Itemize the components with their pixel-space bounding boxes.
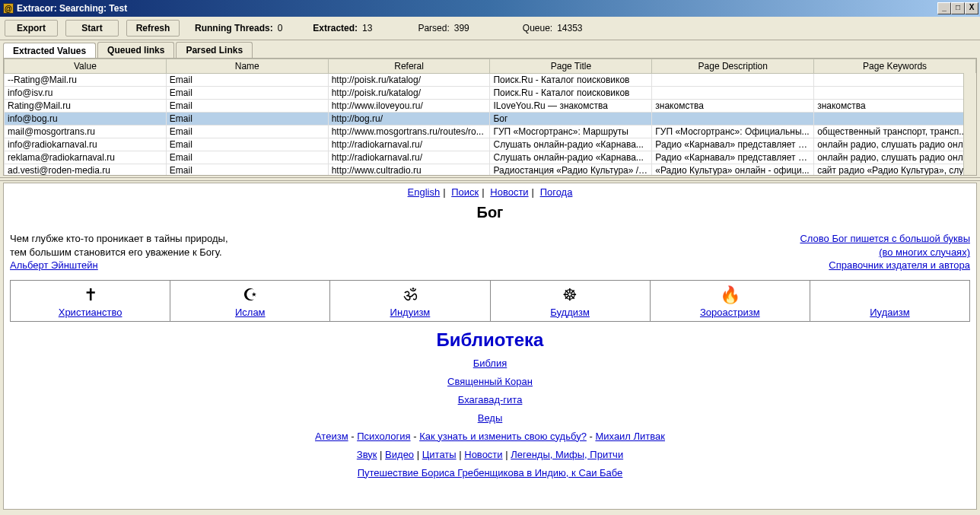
religion-icon: ☪ bbox=[173, 285, 326, 305]
link-novosti2[interactable]: Новости bbox=[464, 449, 502, 460]
link-novosti[interactable]: Новости bbox=[490, 186, 528, 198]
table-row[interactable]: info@isv.ruEmailhttp://poisk.ru/katalog/… bbox=[5, 87, 976, 100]
column-header[interactable]: Page Description bbox=[652, 59, 814, 74]
religion-link[interactable]: Иудаизм bbox=[870, 307, 909, 318]
table-cell bbox=[652, 87, 814, 100]
right-note-l1[interactable]: Слово Бог пишется с большой буквы bbox=[800, 233, 970, 244]
table-cell: Email bbox=[166, 138, 328, 151]
table-row[interactable]: --Rating@Mail.ruEmailhttp://poisk.ru/kat… bbox=[5, 74, 976, 87]
table-cell: info@isv.ru bbox=[5, 87, 167, 100]
religion-link[interactable]: Индуизм bbox=[390, 307, 431, 318]
right-note-l3[interactable]: Справочник издателя и автора bbox=[829, 259, 970, 271]
table-cell bbox=[652, 74, 814, 87]
religions-table: ✝Христианство☪ИсламॐИндуизм☸Буддизм🔥Зоро… bbox=[10, 280, 970, 322]
table-cell: Email bbox=[166, 164, 328, 176]
tab-queued-links[interactable]: Queued links bbox=[97, 42, 174, 58]
library-title-link[interactable]: Библиотека bbox=[437, 329, 544, 350]
start-button[interactable]: Start bbox=[65, 20, 119, 37]
table-cell: Радио «Карнавал» представляет в... bbox=[652, 138, 814, 151]
refresh-button[interactable]: Refresh bbox=[126, 20, 180, 37]
right-note-l2[interactable]: (во многих случаях) bbox=[879, 246, 970, 258]
table-cell: сайт радио «Радио Культура», слу... bbox=[814, 164, 976, 176]
close-button[interactable]: X bbox=[965, 2, 978, 14]
maximize-button[interactable]: □ bbox=[951, 2, 965, 14]
toolbar: Export Start Refresh Running Threads: 0 … bbox=[0, 17, 980, 40]
table-row[interactable]: reklama@radiokarnaval.ruEmailhttp://radi… bbox=[5, 151, 976, 164]
table-cell: Поиск.Ru - Каталог поисковиков bbox=[490, 87, 652, 100]
splitter[interactable] bbox=[0, 177, 980, 181]
table-cell: http://poisk.ru/katalog/ bbox=[328, 74, 490, 87]
table-cell: Email bbox=[166, 151, 328, 164]
table-row[interactable]: mail@mosgortrans.ruEmailhttp://www.mosgo… bbox=[5, 126, 976, 138]
table-cell: http://www.iloveyou.ru/ bbox=[328, 100, 490, 113]
grid-scrollbar[interactable] bbox=[963, 73, 976, 175]
link-ateizm[interactable]: Атеизм bbox=[315, 431, 348, 442]
religion-icon bbox=[813, 285, 966, 305]
religion-cell[interactable]: ✝Христианство bbox=[11, 281, 170, 321]
religion-cell[interactable]: ☸Буддизм bbox=[491, 281, 651, 321]
tab-parsed-links[interactable]: Parsed Links bbox=[176, 42, 253, 58]
column-header[interactable]: Referal bbox=[328, 59, 490, 74]
column-header[interactable]: Page Keywords bbox=[814, 59, 976, 74]
link-psych[interactable]: Психология bbox=[357, 431, 410, 442]
link-litvak[interactable]: Михаил Литвак bbox=[595, 431, 665, 442]
table-cell: http://www.cultradio.ru bbox=[328, 164, 490, 176]
table-cell: Email bbox=[166, 113, 328, 126]
table-cell: онлайн радио, слушать радио онл... bbox=[814, 151, 976, 164]
column-header[interactable]: Name bbox=[166, 59, 328, 74]
table-row[interactable]: Rating@Mail.ruEmailhttp://www.iloveyou.r… bbox=[5, 100, 976, 113]
minimize-button[interactable]: _ bbox=[937, 2, 951, 14]
religion-cell[interactable]: 🔥Зороастризм bbox=[651, 281, 810, 321]
table-cell bbox=[814, 113, 976, 126]
link-poisk[interactable]: Поиск bbox=[451, 186, 479, 198]
parsed-value: 399 bbox=[454, 23, 469, 33]
library-link[interactable]: Бхагавад-гита bbox=[458, 394, 523, 405]
religion-cell[interactable]: Иудаизм bbox=[810, 281, 969, 321]
religion-link[interactable]: Христианство bbox=[59, 307, 123, 318]
table-cell: Email bbox=[166, 74, 328, 87]
table-cell bbox=[814, 74, 976, 87]
tab-extracted-values[interactable]: Extracted Values bbox=[3, 43, 96, 59]
table-cell: http://www.mosgortrans.ru/routes/ro... bbox=[328, 126, 490, 138]
religion-link[interactable]: Буддизм bbox=[550, 307, 590, 318]
library-link[interactable]: Веды bbox=[478, 412, 503, 424]
table-cell: Слушать онлайн-радио «Карнава... bbox=[490, 138, 652, 151]
table-row[interactable]: info@bog.ruEmailhttp://bog.ru/Бог bbox=[5, 113, 976, 126]
religion-cell[interactable]: ☪Ислам bbox=[170, 281, 330, 321]
queue-label: Queue: bbox=[523, 23, 552, 33]
link-zvuk[interactable]: Звук bbox=[357, 449, 377, 460]
religion-link[interactable]: Ислам bbox=[235, 307, 266, 318]
table-cell: http://radiokarnaval.ru/ bbox=[328, 151, 490, 164]
religion-cell[interactable]: ॐИндуизм bbox=[330, 281, 490, 321]
table-cell: http://radiokarnaval.ru/ bbox=[328, 138, 490, 151]
quote-author-link[interactable]: Альберт Эйнштейн bbox=[10, 259, 98, 271]
table-cell: Радиостанция «Радио Культура» / ... bbox=[490, 164, 652, 176]
running-threads-status: Running Threads: 0 bbox=[195, 23, 282, 33]
religion-icon: ✝ bbox=[14, 285, 167, 305]
export-button[interactable]: Export bbox=[5, 20, 58, 37]
link-pogoda[interactable]: Погода bbox=[540, 186, 573, 198]
column-header[interactable]: Value bbox=[5, 59, 167, 74]
library-link[interactable]: Библия bbox=[473, 358, 508, 369]
link-video[interactable]: Видео bbox=[385, 449, 414, 460]
link-citaty[interactable]: Цитаты bbox=[422, 449, 457, 460]
library-links: БиблияСвященный КоранБхагавад-гитаВеды bbox=[8, 358, 972, 424]
column-header[interactable]: Page Title bbox=[490, 59, 652, 74]
page-title: Бог bbox=[8, 204, 972, 221]
table-row[interactable]: ad.vesti@roden-media.ruEmailhttp://www.c… bbox=[5, 164, 976, 176]
link-sudba[interactable]: Как узнать и изменить свою судьбу? bbox=[419, 431, 587, 442]
link-legendy[interactable]: Легенды, Мифы, Притчи bbox=[511, 449, 623, 460]
results-grid[interactable]: ValueNameReferalPage TitlePage Descripti… bbox=[3, 58, 977, 176]
queue-value: 14353 bbox=[557, 23, 582, 33]
table-cell: info@bog.ru bbox=[5, 113, 167, 126]
link-grebenshchikov[interactable]: Путешествие Бориса Гребенщикова в Индию,… bbox=[358, 467, 623, 478]
tabstrip: Extracted Values Queued links Parsed Lin… bbox=[0, 40, 980, 58]
table-cell: reklama@radiokarnaval.ru bbox=[5, 151, 167, 164]
window-title: Extracor: Searching: Test bbox=[17, 3, 937, 14]
religion-link[interactable]: Зороастризм bbox=[700, 307, 760, 318]
library-link[interactable]: Священный Коран bbox=[447, 376, 533, 387]
table-row[interactable]: info@radiokarnaval.ruEmailhttp://radioka… bbox=[5, 138, 976, 151]
link-english[interactable]: English bbox=[408, 186, 441, 198]
table-cell: mail@mosgortrans.ru bbox=[5, 126, 167, 138]
preview-pane[interactable]: English| Поиск| Новости| Погода Бог Чем … bbox=[3, 183, 977, 510]
